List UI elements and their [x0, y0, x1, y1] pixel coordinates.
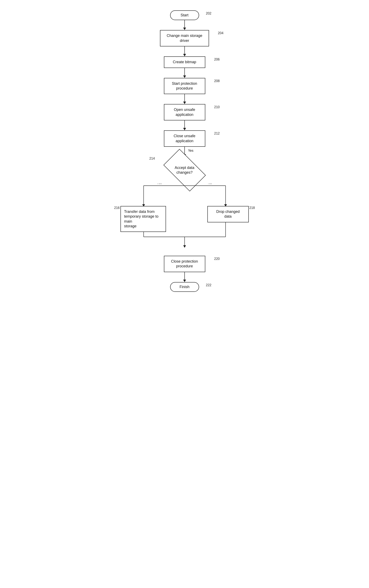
- change-driver-node: 204 Change main storagedriver: [160, 30, 209, 46]
- drop-data-rect: Drop changed data: [207, 206, 249, 222]
- ref-218: 218: [249, 206, 255, 210]
- create-bitmap-node: 206 Create bitmap: [164, 56, 205, 68]
- arrow-2: [183, 46, 186, 56]
- accept-changes-node: 214 Accept datachanges?: [162, 157, 207, 184]
- ref-214: 214: [150, 157, 155, 160]
- ref-222: 222: [206, 283, 211, 287]
- finish-node: 222 Finish: [170, 282, 199, 292]
- finish-pill: Finish: [170, 282, 199, 292]
- svg-marker-12: [183, 245, 186, 248]
- transfer-data-rect: Transfer data fromtemporary storage to m…: [120, 206, 166, 232]
- start-protection-node: 208 Start protectionprocedure: [164, 78, 205, 94]
- arrow-3: [183, 68, 186, 78]
- close-unsafe-rect: Close unsafeapplication: [164, 130, 205, 147]
- arrow-4: [183, 94, 186, 104]
- arrow-7: [183, 272, 186, 282]
- create-bitmap-rect: Create bitmap: [164, 56, 205, 68]
- close-protection-rect: Close protectionprocedure: [164, 256, 205, 272]
- arrow-5: [183, 120, 186, 130]
- accept-changes-diamond: Accept datachanges?: [162, 157, 207, 184]
- close-protection-node: 220 Close protectionprocedure: [164, 256, 205, 272]
- ref-210: 210: [214, 105, 220, 109]
- start-pill: Start: [170, 10, 199, 20]
- diagram-container: 202 Start 204 Change main storagedriver …: [112, 4, 257, 298]
- svg-text:Yes: Yes: [157, 184, 162, 185]
- svg-text:No: No: [208, 184, 212, 185]
- change-driver-rect: Change main storagedriver: [160, 30, 209, 46]
- ref-204: 204: [218, 31, 223, 35]
- ref-212: 212: [214, 132, 220, 135]
- yes-top-label: Yes: [188, 149, 193, 153]
- branch-section: Yes No: [116, 184, 253, 254]
- flowchart: 202 Start 204 Change main storagedriver …: [116, 10, 253, 292]
- arrow-1: [183, 20, 186, 30]
- ref-220: 220: [214, 257, 220, 261]
- open-unsafe-node: 210 Open unsafeapplication: [164, 104, 205, 120]
- start-node: 202 Start: [170, 10, 199, 20]
- ref-202: 202: [206, 12, 211, 15]
- ref-206: 206: [214, 58, 220, 61]
- ref-216: 216: [114, 206, 120, 210]
- accept-changes-text: Accept datachanges?: [175, 165, 194, 175]
- open-unsafe-rect: Open unsafeapplication: [164, 104, 205, 120]
- ref-208: 208: [214, 79, 220, 83]
- start-protection-rect: Start protectionprocedure: [164, 78, 205, 94]
- transfer-data-node: 216 Transfer data fromtemporary storage …: [120, 206, 167, 232]
- drop-data-node: 218 Drop changed data: [207, 206, 249, 222]
- close-unsafe-node: 212 Close unsafeapplication: [164, 130, 205, 147]
